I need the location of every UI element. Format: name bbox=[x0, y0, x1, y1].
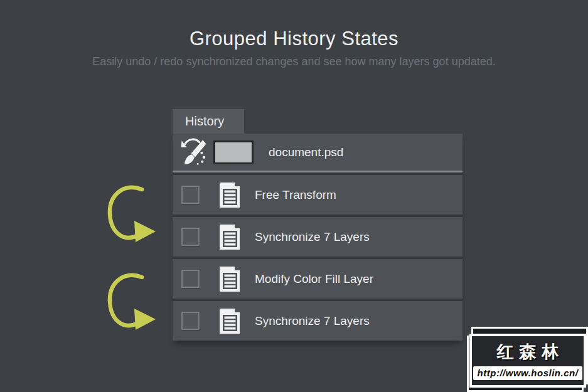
history-state-icon bbox=[218, 307, 242, 336]
page-title: Grouped History States bbox=[0, 28, 588, 50]
page: Grouped History States Easily undo / red… bbox=[0, 0, 588, 392]
history-source-checkbox[interactable] bbox=[181, 312, 200, 330]
history-state-row[interactable]: Modify Color Fill Layer bbox=[173, 259, 462, 299]
history-state-document[interactable]: document.psd bbox=[173, 134, 462, 171]
history-state-icon bbox=[218, 223, 242, 252]
watermark-url: http://www.hoslin.cn/ bbox=[473, 366, 583, 380]
history-state-label: Free Transform bbox=[255, 188, 336, 202]
history-state-label: Modify Color Fill Layer bbox=[255, 272, 373, 286]
history-brush-icon[interactable] bbox=[179, 137, 208, 168]
history-panel-body: document.psd Free Transform bbox=[173, 134, 462, 341]
history-states-list: Free Transform Synchronize 7 Layers bbox=[173, 172, 462, 341]
history-panel: History document.psd bbox=[173, 109, 462, 341]
watermark-title: 红森林 bbox=[472, 341, 584, 363]
watermark: 红森林 http://www.hoslin.cn/ bbox=[467, 327, 588, 392]
history-state-row[interactable]: Synchronize 7 Layers bbox=[173, 217, 462, 257]
history-state-icon bbox=[218, 265, 242, 294]
history-state-icon bbox=[218, 181, 242, 209]
history-source-checkbox[interactable] bbox=[181, 186, 200, 204]
curved-arrow-annotation bbox=[105, 271, 159, 337]
document-thumbnail bbox=[213, 140, 254, 164]
history-state-row[interactable]: Synchronize 7 Layers bbox=[173, 301, 462, 341]
history-state-row[interactable]: Free Transform bbox=[173, 175, 462, 215]
page-subtitle: Easily undo / redo synchronized changes … bbox=[0, 55, 588, 68]
tab-history[interactable]: History bbox=[173, 109, 244, 134]
history-state-label: Synchronize 7 Layers bbox=[255, 230, 370, 244]
watermark-frame: 红森林 http://www.hoslin.cn/ bbox=[469, 334, 586, 388]
history-source-checkbox[interactable] bbox=[181, 270, 200, 288]
curved-arrow-annotation bbox=[105, 183, 159, 250]
document-name: document.psd bbox=[269, 146, 343, 159]
history-state-label: Synchronize 7 Layers bbox=[255, 314, 370, 328]
history-source-checkbox[interactable] bbox=[181, 228, 200, 246]
